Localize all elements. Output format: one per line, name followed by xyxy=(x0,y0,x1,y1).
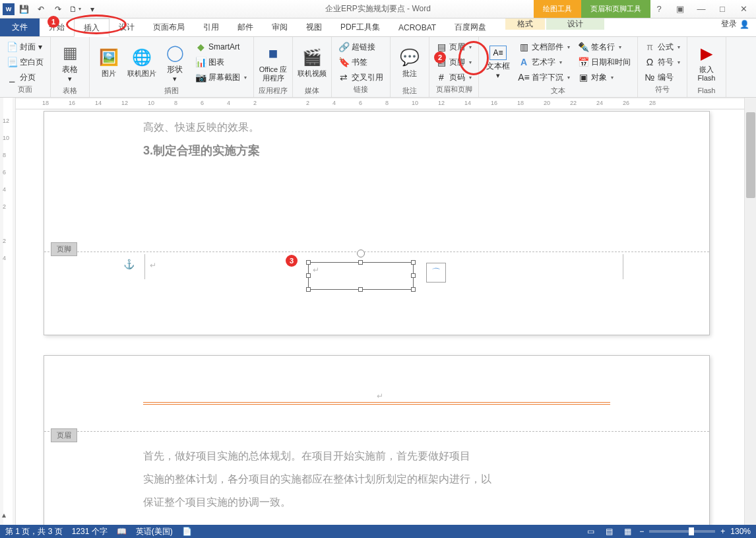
zoom-level[interactable]: 130% xyxy=(730,527,751,536)
status-page[interactable]: 第 1 页，共 3 页 xyxy=(5,526,63,537)
login-link[interactable]: 登录 👤 xyxy=(721,18,749,30)
word-icon: W xyxy=(3,3,15,15)
inserted-textbox[interactable]: ↵ ⌒ xyxy=(308,262,414,290)
editor-area: 12 10 8 6 4 2 2 4 ▴ 18161412108642246810… xyxy=(0,98,756,525)
textbox-button[interactable]: A≡文本框▾ xyxy=(483,40,513,86)
scroll-thumb[interactable] xyxy=(746,112,755,198)
footer-button[interactable]: ▤页脚 xyxy=(433,55,474,69)
blank-page-button[interactable]: 📃空白页 xyxy=(4,55,46,69)
vertical-scrollbar[interactable] xyxy=(744,98,756,525)
document-page-2[interactable]: ↵ 页眉 首先，做好项目实施的总体规划。在项目开始实施前，首先要做好项目 实施的… xyxy=(44,355,710,525)
tab-pdf[interactable]: PDF工具集 xyxy=(331,18,389,36)
group-comments: 💬批注 批注 xyxy=(391,37,429,97)
zoom-out[interactable]: − xyxy=(639,527,644,536)
cover-page-button[interactable]: 📄封面 ▾ xyxy=(4,40,46,54)
object-button[interactable]: ▣对象 xyxy=(575,70,633,84)
tab-layout[interactable]: 页面布局 xyxy=(144,18,194,36)
header-button[interactable]: ▤页眉 xyxy=(433,40,474,54)
minimize-button[interactable]: — xyxy=(695,3,707,15)
tab-file[interactable]: 文件 xyxy=(0,18,40,36)
footer-area[interactable]: 页脚 ⚓ ↵ ↵ ⌒ xyxy=(44,222,709,335)
group-symbols: π公式 Ω符号 №编号 符号 xyxy=(638,37,687,97)
page-break-button[interactable]: ⎯分页 xyxy=(4,70,46,84)
qat-doc[interactable]: 🗋 xyxy=(67,2,83,17)
tab-format[interactable]: 格式 xyxy=(505,18,545,30)
group-label-pages: 页面 xyxy=(4,84,46,96)
bookmark-button[interactable]: 🔖书签 xyxy=(336,55,386,69)
datetime-button[interactable]: 📅日期和时间 xyxy=(575,55,633,69)
status-proofing-icon[interactable]: 📖 xyxy=(117,527,127,536)
view-web-layout[interactable]: ▦ xyxy=(621,526,634,537)
help-button[interactable]: ? xyxy=(653,3,665,15)
group-apps: ■Office 应用程序 应用程序 xyxy=(254,37,293,97)
ribbon-tabs: 文件 开始 插入 设计 页面布局 引用 邮件 审阅 视图 PDF工具集 ACRO… xyxy=(0,18,756,37)
status-insert-icon[interactable]: 📄 xyxy=(182,527,192,536)
maximize-button[interactable]: □ xyxy=(716,3,728,15)
zoom-slider[interactable] xyxy=(649,530,715,533)
tab-view[interactable]: 视图 xyxy=(297,18,331,36)
rotate-handle[interactable] xyxy=(357,250,365,257)
pagenum-button[interactable]: #页码 xyxy=(433,70,474,84)
tab-review[interactable]: 审阅 xyxy=(263,18,297,36)
tab-mailings[interactable]: 邮件 xyxy=(228,18,263,36)
layout-options-button[interactable]: ⌒ xyxy=(426,263,446,283)
resize-handle[interactable] xyxy=(306,260,311,265)
ribbon: 📄封面 ▾ 📃空白页 ⎯分页 页面 ▦表格▾ 表格 🖼️图片 🌐联机图片 ◯形状… xyxy=(0,37,756,98)
group-text: A≡文本框▾ ▥文档部件 A艺术字 A≡首字下沉 ✒️签名行 📅日期和时间 ▣对… xyxy=(479,37,638,97)
ribbon-display-button[interactable]: ▣ xyxy=(674,3,686,15)
office-apps-button[interactable]: ■Office 应用程序 xyxy=(258,40,288,86)
group-tables: ▦表格▾ 表格 xyxy=(51,37,90,97)
online-video-button[interactable]: 🎬联机视频 xyxy=(297,40,327,86)
crossref-button[interactable]: ⇄交叉引用 xyxy=(336,70,386,84)
view-print-layout[interactable]: ▤ xyxy=(602,526,615,537)
symbol-button[interactable]: Ω符号 xyxy=(642,55,683,69)
status-wordcount[interactable]: 1231 个字 xyxy=(72,526,108,537)
qat-customize[interactable]: ▾ xyxy=(84,2,100,17)
number-button[interactable]: №编号 xyxy=(642,70,683,84)
wordart-button[interactable]: A艺术字 xyxy=(516,55,573,69)
vruler-collapse[interactable]: ▴ xyxy=(2,510,6,520)
online-picture-button[interactable]: 🌐联机图片 xyxy=(127,40,157,86)
tab-references[interactable]: 引用 xyxy=(194,18,228,36)
heading[interactable]: 3.制定合理的实施方案 xyxy=(143,143,610,158)
picture-button[interactable]: 🖼️图片 xyxy=(94,40,124,86)
horizontal-ruler[interactable]: 18161412108642246810121416182022242628 xyxy=(16,98,756,110)
signature-button[interactable]: ✒️签名行 xyxy=(575,40,633,54)
shapes-button[interactable]: ◯形状▾ xyxy=(160,40,190,86)
paragraph[interactable]: 高效、快速反映的效果。 xyxy=(143,116,610,139)
equation-button[interactable]: π公式 xyxy=(642,40,683,54)
smartart-button[interactable]: ◆SmartArt xyxy=(193,40,249,54)
hyperlink-button[interactable]: 🔗超链接 xyxy=(336,40,386,54)
view-read-mode[interactable]: ▭ xyxy=(584,526,597,537)
group-links: 🔗超链接 🔖书签 ⇄交叉引用 链接 xyxy=(332,37,391,97)
tab-baidu[interactable]: 百度网盘 xyxy=(445,18,495,36)
vertical-ruler[interactable]: 12 10 8 6 4 2 2 4 ▴ xyxy=(0,98,16,525)
header-tag: 页眉 xyxy=(51,428,77,442)
tab-insert[interactable]: 插入 xyxy=(74,18,110,37)
flash-button[interactable]: ▶嵌入 Flash xyxy=(691,40,722,86)
zoom-in[interactable]: + xyxy=(720,527,725,536)
screenshot-button[interactable]: 📷屏幕截图 xyxy=(193,70,249,84)
para-mark: ↵ xyxy=(150,261,156,270)
status-bar: 第 1 页，共 3 页 1231 个字 📖 英语(美国) 📄 ▭ ▤ ▦ − +… xyxy=(0,525,756,538)
quickparts-button[interactable]: ▥文档部件 xyxy=(516,40,573,54)
group-pages: 📄封面 ▾ 📃空白页 ⎯分页 页面 xyxy=(0,37,51,97)
document-page-1[interactable]: 高效、快速反映的效果。 3.制定合理的实施方案 页脚 ⚓ ↵ ↵ xyxy=(44,111,710,335)
workspace[interactable]: 18161412108642246810121416182022242628 高… xyxy=(16,98,756,525)
tab-home[interactable]: 开始 xyxy=(40,18,74,36)
chart-button[interactable]: 📊图表 xyxy=(193,55,249,69)
group-flash: ▶嵌入 Flash Flash xyxy=(687,37,726,97)
tab-acrobat[interactable]: ACROBAT xyxy=(389,18,445,36)
tab-design[interactable]: 设计 xyxy=(110,18,144,36)
dropcap-button[interactable]: A≡首字下沉 xyxy=(516,70,573,84)
anchor-icon: ⚓ xyxy=(123,259,135,269)
table-button[interactable]: ▦表格▾ xyxy=(55,40,85,86)
comment-button[interactable]: 💬批注 xyxy=(394,40,425,86)
close-button[interactable]: ✕ xyxy=(738,3,749,15)
qat-save[interactable]: 💾 xyxy=(16,2,32,17)
status-language[interactable]: 英语(美国) xyxy=(136,526,173,537)
tab-hf-design[interactable]: 设计 xyxy=(546,18,604,30)
group-header-footer: ▤页眉 ▤页脚 #页码 页眉和页脚 xyxy=(429,37,479,97)
qat-redo[interactable]: ↷ xyxy=(50,2,66,17)
qat-undo[interactable]: ↶ xyxy=(33,2,49,17)
